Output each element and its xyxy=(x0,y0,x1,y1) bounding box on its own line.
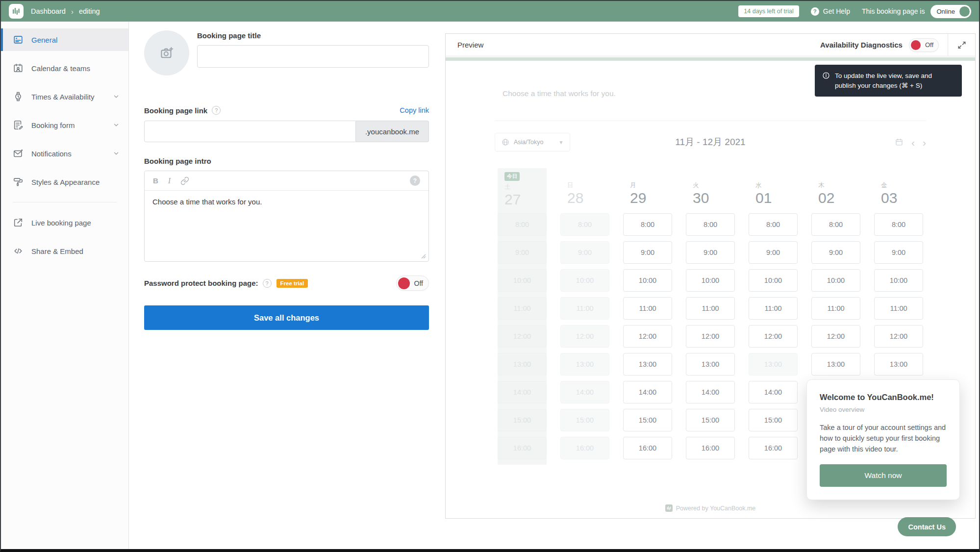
time-slot[interactable]: 10:00 xyxy=(749,269,798,292)
time-slot[interactable]: 13:00 xyxy=(874,353,923,376)
preview-title: Preview xyxy=(457,41,483,49)
booking-page-intro-textarea[interactable]: Choose a time that works for you. xyxy=(145,191,428,259)
time-slot[interactable]: 10:00 xyxy=(623,269,672,292)
time-slot[interactable]: 8:00 xyxy=(749,213,798,236)
time-slot[interactable]: 12:00 xyxy=(686,325,735,348)
time-slot[interactable]: 8:00 xyxy=(874,213,923,236)
italic-button[interactable]: I xyxy=(168,176,171,185)
contact-us-button[interactable]: Contact Us xyxy=(898,517,956,536)
time-slot[interactable]: 16:00 xyxy=(686,437,735,459)
day-header: 日28 xyxy=(560,168,609,213)
time-slot[interactable]: 13:00 xyxy=(686,353,735,376)
booking-page-title-label: Booking page title xyxy=(197,31,429,40)
get-help-button[interactable]: ? Get Help xyxy=(811,7,850,16)
time-slot[interactable]: 12:00 xyxy=(623,325,672,348)
time-slot[interactable]: 11:00 xyxy=(749,297,798,320)
time-slot[interactable]: 9:00 xyxy=(874,241,923,264)
sidebar-item-notifications[interactable]: Notifications xyxy=(1,142,128,165)
time-slot[interactable]: 16:00 xyxy=(749,437,798,459)
timezone-select[interactable]: Asia/Tokyo ▼ xyxy=(495,133,570,151)
time-slot[interactable]: 12:00 xyxy=(811,325,860,348)
time-slot[interactable]: 14:00 xyxy=(686,381,735,403)
time-slot[interactable]: 10:00 xyxy=(874,269,923,292)
next-week-button[interactable]: › xyxy=(923,137,926,148)
day-header: 金03 xyxy=(874,168,923,213)
sidebar-item-styles-appearance[interactable]: Styles & Appearance xyxy=(1,171,128,193)
breadcrumb-editing: editing xyxy=(79,7,100,15)
breadcrumb-dashboard[interactable]: Dashboard xyxy=(31,7,66,15)
sidebar-item-general[interactable]: General xyxy=(1,28,128,51)
time-slot[interactable]: 14:00 xyxy=(623,381,672,403)
time-slot[interactable]: 15:00 xyxy=(749,409,798,431)
chevron-down-icon xyxy=(113,93,120,100)
preview-calendar-controls: Asia/Tokyo ▼ 11月 - 12月 2021 ‹ › xyxy=(495,121,926,151)
watch-icon xyxy=(13,91,24,102)
brand-logo-icon[interactable] xyxy=(9,4,24,19)
time-slot[interactable]: 16:00 xyxy=(623,437,672,459)
sidebar-item-times-availability[interactable]: Times & Availability xyxy=(1,85,128,108)
time-slot[interactable]: 11:00 xyxy=(623,297,672,320)
time-slot[interactable]: 11:00 xyxy=(686,297,735,320)
time-slot[interactable]: 8:00 xyxy=(686,213,735,236)
code-icon xyxy=(13,246,24,256)
day-column: 月298:009:0010:0011:0012:0013:0014:0015:0… xyxy=(623,168,672,465)
time-slot[interactable]: 14:00 xyxy=(749,381,798,403)
time-slot[interactable]: 11:00 xyxy=(874,297,923,320)
time-slot[interactable]: 12:00 xyxy=(749,325,798,348)
help-circle-icon[interactable]: ? xyxy=(263,279,272,288)
time-slot[interactable]: 11:00 xyxy=(811,297,860,320)
time-slot[interactable]: 10:00 xyxy=(811,269,860,292)
time-slot[interactable]: 15:00 xyxy=(623,409,672,431)
date-number: 30 xyxy=(693,190,735,207)
booking-page-link-input[interactable] xyxy=(144,121,356,142)
password-toggle-state: Off xyxy=(414,279,423,287)
day-column: 火308:009:0010:0011:0012:0013:0014:0015:0… xyxy=(686,168,735,465)
copy-link-button[interactable]: Copy link xyxy=(400,106,429,114)
chevron-down-icon xyxy=(113,122,120,128)
time-slot[interactable]: 10:00 xyxy=(686,269,735,292)
editor-help-icon[interactable]: ? xyxy=(410,176,420,186)
link-icon[interactable] xyxy=(180,176,189,185)
time-slot[interactable]: 9:00 xyxy=(623,241,672,264)
breadcrumb: Dashboard › editing xyxy=(31,7,100,16)
camera-plus-icon xyxy=(158,45,175,61)
sidebar-item-calendar-teams[interactable]: Calendar & teams xyxy=(1,57,128,79)
sidebar-item-live-booking-page[interactable]: Live booking page xyxy=(1,211,128,234)
sidebar: General Calendar & teams Times & Availab… xyxy=(1,22,129,549)
welcome-popup: Welcome to YouCanBook.me! Video overview… xyxy=(806,379,960,500)
time-slot: 11:00 xyxy=(498,297,547,320)
password-protect-toggle[interactable]: Off xyxy=(396,276,429,291)
watch-now-button[interactable]: Watch now xyxy=(820,464,947,487)
powered-by-footer[interactable]: Powered by YouCanBook.me xyxy=(446,504,975,512)
question-circle-icon: ? xyxy=(811,7,819,16)
online-toggle[interactable]: Online xyxy=(930,5,971,18)
sidebar-item-label: Times & Availability xyxy=(31,93,94,101)
time-slot[interactable]: 9:00 xyxy=(686,241,735,264)
save-all-changes-button[interactable]: Save all changes xyxy=(144,305,429,330)
time-slot[interactable]: 12:00 xyxy=(874,325,923,348)
sidebar-item-booking-form[interactable]: Booking form xyxy=(1,114,128,136)
time-slot[interactable]: 13:00 xyxy=(811,353,860,376)
time-slot[interactable]: 9:00 xyxy=(749,241,798,264)
sidebar-item-share-embed[interactable]: Share & Embed xyxy=(1,240,128,262)
day-column: 今日土278:009:0010:0011:0012:0013:0014:0015… xyxy=(498,168,547,465)
calendar-icon[interactable] xyxy=(895,138,904,147)
expand-preview-button[interactable] xyxy=(948,34,975,56)
sidebar-item-label: Booking form xyxy=(31,121,75,129)
booking-page-avatar-upload[interactable] xyxy=(144,30,189,75)
time-slot[interactable]: 15:00 xyxy=(686,409,735,431)
time-slot[interactable]: 8:00 xyxy=(623,213,672,236)
time-slot[interactable]: 9:00 xyxy=(811,241,860,264)
availability-diagnostics-toggle[interactable]: Off xyxy=(909,38,939,52)
time-slot[interactable]: 8:00 xyxy=(811,213,860,236)
popup-body-text: Take a tour of your account settings and… xyxy=(820,423,947,454)
trial-days-badge: 14 days left of trial xyxy=(738,5,799,17)
booking-page-title-input[interactable] xyxy=(197,45,429,68)
bold-button[interactable]: B xyxy=(153,176,158,185)
previous-week-button[interactable]: ‹ xyxy=(911,137,915,148)
time-slot[interactable]: 13:00 xyxy=(623,353,672,376)
help-circle-icon[interactable]: ? xyxy=(212,106,221,115)
online-toggle-state: Online xyxy=(936,8,955,15)
free-trial-badge: Free trial xyxy=(276,279,308,288)
booking-page-intro-label: Booking page intro xyxy=(144,157,429,165)
